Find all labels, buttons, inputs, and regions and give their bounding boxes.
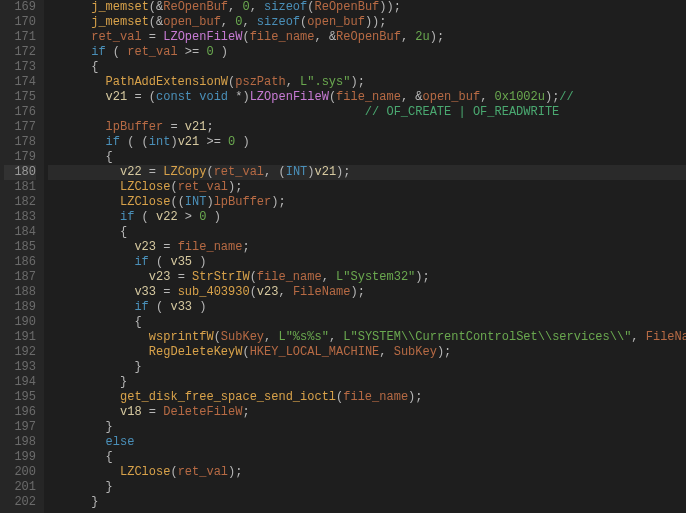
token-kw: if [134,300,148,314]
token-op: , [379,345,393,359]
token-op: (( [170,195,184,209]
line-number: 186 [4,255,36,270]
code-editor[interactable]: 1691701711721731741751761771781791801811… [0,0,686,513]
line-number: 170 [4,15,36,30]
code-line[interactable]: v23 = StrStrIW(file_name, L"System32"); [48,270,686,285]
code-area[interactable]: j_memset(&ReOpenBuf, 0, sizeof(ReOpenBuf… [44,0,686,513]
code-line[interactable]: if ( (int)v21 >= 0 ) [48,135,686,150]
code-line[interactable]: { [48,225,686,240]
code-line[interactable]: } [48,420,686,435]
code-line[interactable]: if ( v33 ) [48,300,686,315]
token-kw: sizeof [257,15,300,29]
token-pl: v21 [106,90,128,104]
line-number: 191 [4,330,36,345]
token-kw: if [120,210,134,224]
token-op: = [156,240,178,254]
code-line[interactable]: v22 = LZCopy(ret_val, (INT)v21); [48,165,686,180]
token-op: ( [242,30,249,44]
token-op: { [106,450,113,464]
token-pl: v22 [120,165,142,179]
code-line[interactable]: if ( v35 ) [48,255,686,270]
code-line[interactable]: LZClose((INT)lpBuffer); [48,195,686,210]
token-glb: FileName [293,285,351,299]
code-line[interactable]: j_memset(&ReOpenBuf, 0, sizeof(ReOpenBuf… [48,0,686,15]
token-fn: LZClose [120,180,170,194]
code-line[interactable]: v21 = (const void *)LZOpenFileW(file_nam… [48,90,686,105]
token-pl: v33 [134,285,156,299]
token-kw: if [91,45,105,59]
line-number: 201 [4,480,36,495]
code-line[interactable]: RegDeleteKeyW(HKEY_LOCAL_MACHINE, SubKey… [48,345,686,360]
code-line[interactable]: v33 = sub_403930(v23, FileName); [48,285,686,300]
token-op: ( [134,210,156,224]
code-line[interactable]: LZClose(ret_val); [48,180,686,195]
token-fn: RegDeleteKeyW [149,345,243,359]
line-number: 196 [4,405,36,420]
token-op: ( [149,255,171,269]
token-fn: wsprintfW [149,330,214,344]
token-glb: ret_val [127,45,177,59]
code-line[interactable]: PathAddExtensionW(pszPath, L".sys"); [48,75,686,90]
token-op: , [228,0,242,14]
line-number: 185 [4,240,36,255]
line-number: 177 [4,120,36,135]
token-op: ) [235,135,249,149]
token-op: , [401,30,415,44]
token-glb: SubKey [221,330,264,344]
token-op: )); [379,0,401,14]
code-line[interactable]: ret_val = LZOpenFileW(file_name, &ReOpen… [48,30,686,45]
token-glb: file_name [250,30,315,44]
code-line[interactable]: wsprintfW(SubKey, L"%s%s", L"SYSTEM\\Cur… [48,330,686,345]
code-line[interactable]: { [48,450,686,465]
token-kw: void [199,90,228,104]
token-op: , [631,330,645,344]
code-line[interactable]: get_disk_free_space_send_ioctl(file_name… [48,390,686,405]
code-line[interactable]: { [48,315,686,330]
token-kw: else [106,435,135,449]
code-line[interactable]: j_memset(&open_buf, 0, sizeof(open_buf))… [48,15,686,30]
token-op: ) [307,165,314,179]
token-op: , [329,330,343,344]
token-op: ); [336,165,350,179]
line-number: 171 [4,30,36,45]
code-line[interactable]: lpBuffer = v21; [48,120,686,135]
code-line[interactable]: { [48,60,686,75]
token-op: ( [149,15,156,29]
code-line[interactable]: if ( ret_val >= 0 ) [48,45,686,60]
token-op: , [401,90,415,104]
token-str: L"%s%s" [278,330,328,344]
code-line[interactable]: v23 = file_name; [48,240,686,255]
code-line[interactable]: else [48,435,686,450]
token-op: ( [250,285,257,299]
code-line[interactable]: v18 = DeleteFileW; [48,405,686,420]
token-amp: & [329,30,336,44]
line-number: 192 [4,345,36,360]
line-number: 174 [4,75,36,90]
token-op: ) [206,210,220,224]
code-line[interactable]: { [48,150,686,165]
line-number: 180 [4,165,36,180]
token-lib: LZOpenFileW [163,30,242,44]
token-op: ( [149,300,171,314]
token-pl: v22 [156,210,178,224]
token-op: , [221,15,235,29]
code-line[interactable]: } [48,480,686,495]
token-glb: file_name [257,270,322,284]
token-op: ( [106,45,128,59]
token-op: ( ( [120,135,149,149]
code-line[interactable]: } [48,495,686,510]
token-op: , [286,75,300,89]
token-glb: lpBuffer [106,120,164,134]
token-amp: & [415,90,422,104]
token-typ: INT [286,165,308,179]
token-glb: file_name [178,240,243,254]
code-line[interactable]: } [48,375,686,390]
token-glb: file_name [343,390,408,404]
token-op: ; [242,405,249,419]
token-op: = ( [127,90,156,104]
code-line[interactable]: if ( v22 > 0 ) [48,210,686,225]
token-glb: open_buf [307,15,365,29]
code-line[interactable]: // OF_CREATE | OF_READWRITE [48,105,686,120]
code-line[interactable]: LZClose(ret_val); [48,465,686,480]
code-line[interactable]: } [48,360,686,375]
